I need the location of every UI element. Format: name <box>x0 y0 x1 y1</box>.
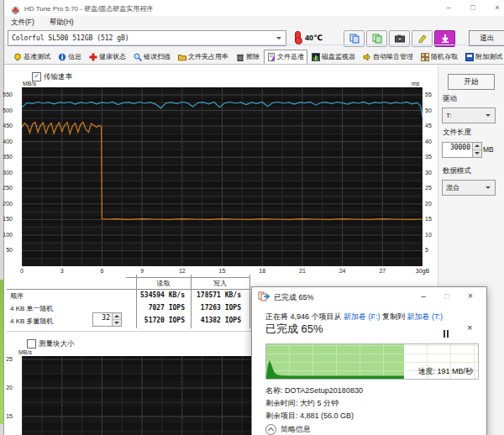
tab-附加测试[interactable]: 附加测试 <box>462 50 504 64</box>
axis-tick-label: 5 <box>425 247 438 253</box>
transfer-rate-label: 传输速率 <box>44 72 72 82</box>
minimize-icon[interactable]: – <box>417 291 430 301</box>
folder-icon <box>178 53 186 61</box>
axis-tick-label: 450 <box>0 123 13 128</box>
axis-tick-label: 12 <box>175 268 190 274</box>
axis-tick-label: 250 <box>0 185 13 191</box>
screen: HD Tune Pro 5.70 - 硬盘/固态硬盘实用程序 – □ × 文件(… <box>0 0 504 435</box>
transfer-rate-chart <box>22 87 423 266</box>
queue-depth-stepper[interactable]: 32 <box>92 312 122 327</box>
fewer-details-label: 简略信息 <box>281 424 311 435</box>
block-size-checkbox[interactable] <box>27 339 36 349</box>
axis-tick-label: 550 <box>0 92 13 97</box>
progress-heading: 已完成 65% <box>265 322 323 337</box>
data-mode-select[interactable]: 混合 <box>442 180 496 196</box>
axis-tick-label: 15 <box>0 413 13 419</box>
scan-icon <box>134 53 142 61</box>
file-benchmark-icon <box>267 53 276 61</box>
axis-tick-label: 27 <box>375 268 390 274</box>
table-line <box>249 275 250 328</box>
tab-信息[interactable]: 信息 <box>55 50 85 64</box>
table-line <box>126 277 249 278</box>
minimize-icon[interactable]: – <box>443 3 454 13</box>
maximize-icon: □ <box>440 291 454 301</box>
maximize-icon[interactable]: □ <box>467 3 479 13</box>
drive-selector-value: Colorful SL500 512GB (512 gB) <box>8 34 276 42</box>
time-remaining-line: 剩余时间: 大约 5 分钟 <box>265 398 339 409</box>
tab-健康状态[interactable]: 健康状态 <box>86 50 129 64</box>
fewer-details-toggle[interactable]: 简略信息 <box>265 424 311 435</box>
titlebar: HD Tune Pro 5.70 - 硬盘/固态硬盘实用程序 – □ × <box>4 0 504 16</box>
tab-文件基准[interactable]: 文件基准 <box>264 50 307 64</box>
stepper-up-icon[interactable] <box>473 143 481 150</box>
data-mode-label: 数据模式 <box>443 166 471 176</box>
write-column-header: 写入 <box>191 279 249 288</box>
axis-tick-label: 3 <box>55 268 70 274</box>
random-access-icon <box>421 53 429 61</box>
tab-磁盘监视器[interactable]: 磁盘监视器 <box>308 50 359 64</box>
axis-tick-label: 400 <box>0 139 13 144</box>
menubar: 文件(F)帮助(H) <box>11 18 74 28</box>
tab-擦除[interactable]: 擦除 <box>233 50 263 64</box>
window-title: HD Tune Pro 5.70 - 硬盘/固态硬盘实用程序 <box>24 4 153 13</box>
row-label-4k-single: 4 KB 单一随机 <box>10 304 54 313</box>
disk-monitor-icon <box>312 53 320 61</box>
stepper-down-icon[interactable] <box>473 150 481 157</box>
axis-tick-label: 15 <box>425 216 438 222</box>
start-button[interactable]: 开始 <box>448 74 495 90</box>
gauge-icon <box>13 53 22 61</box>
file-length-stepper[interactable]: 30000 <box>442 142 482 158</box>
y-axis-unit-left: MB/s <box>23 81 36 86</box>
axis-tick-label: 30 <box>425 170 438 176</box>
drive-label: 驱动 <box>443 94 457 104</box>
tab-随机存取[interactable]: 随机存取 <box>417 50 461 64</box>
axis-tick-label: 25 <box>425 185 438 191</box>
cancel-button[interactable]: × <box>467 322 472 333</box>
progress-bar: 速度: 191 MB/秒 <box>265 343 479 380</box>
queue-depth-value: 32 <box>93 313 112 326</box>
file-length-value: 30000 <box>443 143 472 157</box>
tab-错误扫描[interactable]: 错误扫描 <box>130 50 174 64</box>
close-icon[interactable]: × <box>464 291 477 301</box>
axis-tick-label: 150 <box>0 216 13 222</box>
tab-bar: 基准测试信息健康状态错误扫描文件夹占用率擦除文件基准磁盘监视器自动噪音管理随机存… <box>10 48 504 64</box>
axis-tick-label: 20 <box>0 385 13 390</box>
erase-icon <box>236 53 244 61</box>
chevron-down-icon <box>486 186 491 191</box>
menu-item-0[interactable]: 文件(F) <box>11 18 34 28</box>
read-column-header: 读取 <box>136 279 191 288</box>
dialog-title: 已完成 65% <box>274 292 314 303</box>
menu-item-1[interactable]: 帮助(H) <box>50 18 74 28</box>
axis-tick-label: 55 <box>425 92 438 97</box>
source-volume: 新加卷 (F:) <box>344 312 381 321</box>
y-axis-unit-right: ms <box>412 81 419 86</box>
axis-tick-label: 25 <box>0 356 13 362</box>
seq-read-value: 534594 KB/s <box>126 291 185 299</box>
stepper-up-icon[interactable] <box>113 313 121 320</box>
target-drive-select[interactable]: T: <box>442 107 496 123</box>
target-volume: 新加卷 (T:) <box>407 312 444 321</box>
file-length-label: 文件长度 <box>443 128 471 138</box>
dialog-titlebar: 已完成 65% – □ × <box>252 287 486 305</box>
axis-tick-label: 9 <box>134 268 150 274</box>
y-axis-unit-chart2: MB/s <box>18 349 32 355</box>
close-icon[interactable]: × <box>491 3 503 13</box>
speed-text: 速度: 191 MB/秒 <box>417 366 473 377</box>
axis-tick-label: 30gB <box>412 268 433 274</box>
health-icon <box>89 53 97 61</box>
axis-tick-label: 6 <box>94 268 109 274</box>
stepper-down-icon[interactable] <box>113 320 121 326</box>
axis-tick-label: 40 <box>425 139 438 144</box>
axis-tick-label: 200 <box>0 201 13 207</box>
axis-tick-label: 15 <box>215 268 230 274</box>
axis-tick-label: 10 <box>425 232 438 238</box>
tab-自动噪音管理[interactable]: 自动噪音管理 <box>360 50 417 64</box>
axis-tick-label: 24 <box>335 268 350 274</box>
item-name-line: 名称: DOTA2Setup20180830 <box>265 385 363 396</box>
axis-tick-label: 500 <box>0 107 13 113</box>
tab-基准测试[interactable]: 基准测试 <box>10 50 54 64</box>
speaker-icon <box>363 53 371 61</box>
pause-button[interactable] <box>444 326 450 341</box>
axis-tick-label: 45 <box>425 123 438 128</box>
tab-文件夹占用率[interactable]: 文件夹占用率 <box>175 50 232 64</box>
